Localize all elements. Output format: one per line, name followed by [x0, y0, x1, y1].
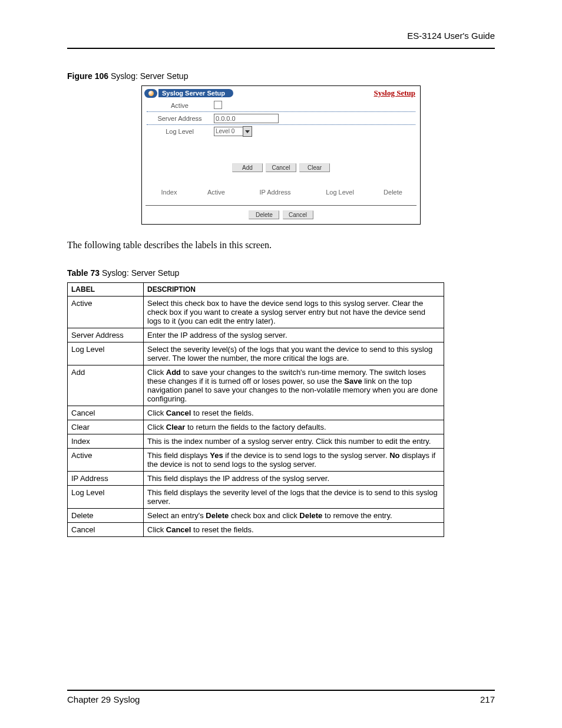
table-row: DeleteSelect an entry's Delete check box… — [68, 509, 444, 523]
server-address-label: Server Address — [147, 115, 213, 122]
header-title: ES-3124 User's Guide — [67, 31, 495, 49]
table-row: ActiveSelect this check box to have the … — [68, 297, 444, 328]
figure-number: Figure 106 — [67, 71, 108, 81]
log-level-label: Log Level — [147, 128, 213, 135]
footer-left: Chapter 29 Syslog — [67, 694, 140, 704]
cell-description: Enter the IP address of the syslog serve… — [144, 328, 444, 342]
tab-title[interactable]: Syslog Server Setup — [144, 89, 233, 98]
table-row: AddClick Add to save your changes to the… — [68, 365, 444, 406]
column-headers: Index Active IP Address Log Level Delete — [146, 183, 416, 206]
table-row: IP AddressThis field displays the IP add… — [68, 472, 444, 486]
col-log-level: Log Level — [310, 189, 369, 196]
cell-label: IP Address — [68, 472, 144, 486]
screenshot-panel: Syslog Server Setup Syslog Setup Active … — [141, 85, 421, 225]
table-caption: Table 73 Syslog: Server Setup — [67, 268, 495, 278]
tab-bar: Syslog Server Setup Syslog Setup — [143, 87, 419, 99]
cell-description: Select this check box to have the device… — [144, 297, 444, 328]
active-label: Active — [147, 102, 213, 109]
cell-label: Active — [68, 297, 144, 328]
cell-description: This is the index number of a syslog ser… — [144, 434, 444, 449]
col-index: Index — [146, 189, 193, 196]
figure-text: Syslog: Server Setup — [108, 71, 188, 81]
cell-description: Click Clear to return the fields to the … — [144, 420, 444, 434]
syslog-setup-link[interactable]: Syslog Setup — [374, 88, 415, 98]
table-row: Log LevelSelect the severity level(s) of… — [68, 342, 444, 365]
active-checkbox[interactable] — [214, 101, 222, 109]
clear-button[interactable]: Clear — [299, 163, 330, 172]
log-level-select[interactable]: Level 0 — [214, 127, 252, 136]
table-row: Log LevelThis field displays the severit… — [68, 486, 444, 509]
row-log-level: Log Level Level 0 — [147, 125, 415, 137]
th-description: DESCRIPTION — [144, 283, 444, 297]
col-active: Active — [193, 189, 240, 196]
cell-description: Click Cancel to reset the fields. — [144, 523, 444, 537]
cell-description: This field displays Yes if the device is… — [144, 449, 444, 472]
cell-description: This field displays the severity level o… — [144, 486, 444, 509]
cell-label: Server Address — [68, 328, 144, 342]
table-row: ClearClick Clear to return the fields to… — [68, 420, 444, 434]
table-row: ActiveThis field displays Yes if the dev… — [68, 449, 444, 472]
cancel-button-top[interactable]: Cancel — [266, 163, 296, 172]
cell-description: Select the severity level(s) of the logs… — [144, 342, 444, 365]
page-footer: Chapter 29 Syslog 217 — [67, 690, 495, 704]
server-address-input[interactable]: 0.0.0.0 — [214, 114, 279, 123]
cell-label: Active — [68, 449, 144, 472]
description-table: LABEL DESCRIPTION ActiveSelect this chec… — [67, 282, 444, 537]
table-row: CancelClick Cancel to reset the fields. — [68, 523, 444, 537]
cell-label: Log Level — [68, 342, 144, 365]
cell-label: Clear — [68, 420, 144, 434]
row-server-address: Server Address 0.0.0.0 — [147, 112, 415, 125]
button-row-bottom: Delete Cancel — [143, 206, 419, 223]
cell-description: Click Cancel to reset the fields. — [144, 406, 444, 420]
table-number: Table 73 — [67, 268, 100, 278]
cell-label: Add — [68, 365, 144, 406]
cancel-button-bottom[interactable]: Cancel — [283, 210, 313, 219]
chevron-down-icon[interactable] — [243, 126, 252, 137]
tab-label: Syslog Server Setup — [158, 89, 233, 97]
table-row: IndexThis is the index number of a syslo… — [68, 434, 444, 449]
cell-label: Cancel — [68, 523, 144, 537]
cell-label: Index — [68, 434, 144, 449]
tab-bullet-icon — [144, 89, 157, 98]
table-row: CancelClick Cancel to reset the fields. — [68, 406, 444, 420]
table-row: Server AddressEnter the IP address of th… — [68, 328, 444, 342]
row-active: Active — [147, 99, 415, 112]
footer-right: 217 — [480, 694, 495, 704]
figure-caption: Figure 106 Syslog: Server Setup — [67, 71, 495, 81]
cell-description: Select an entry's Delete check box and c… — [144, 509, 444, 523]
delete-button[interactable]: Delete — [249, 210, 279, 219]
button-row-top: Add Cancel Clear — [143, 137, 419, 183]
intro-paragraph: The following table describes the labels… — [67, 240, 495, 251]
cell-description: Click Add to save your changes to the sw… — [144, 365, 444, 406]
th-label: LABEL — [68, 283, 144, 297]
table-caption-text: Syslog: Server Setup — [100, 268, 179, 278]
add-button[interactable]: Add — [232, 163, 263, 172]
cell-label: Delete — [68, 509, 144, 523]
col-ip-address: IP Address — [240, 189, 310, 196]
cell-label: Cancel — [68, 406, 144, 420]
col-delete: Delete — [369, 189, 416, 196]
cell-label: Log Level — [68, 486, 144, 509]
log-level-value: Level 0 — [214, 127, 243, 136]
cell-description: This field displays the IP address of th… — [144, 472, 444, 486]
